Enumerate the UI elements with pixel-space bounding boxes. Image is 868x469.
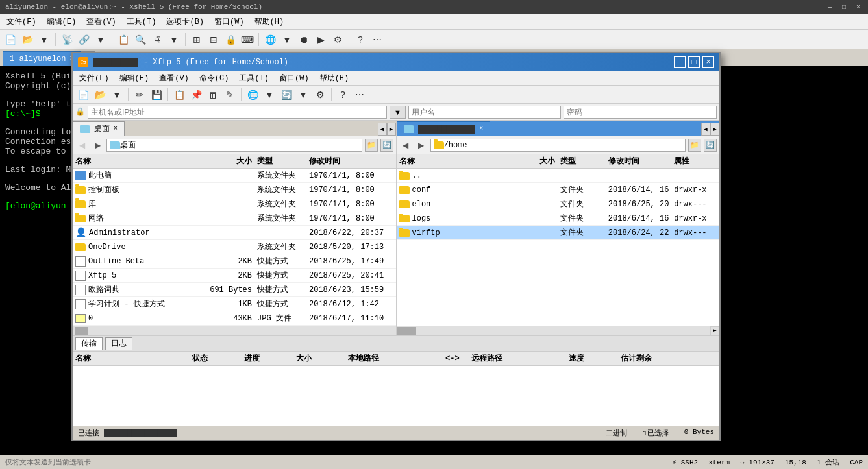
xftp-tb-extra[interactable]: ⋯ [352, 87, 367, 102]
xftp-tb-globe[interactable]: 🌐 [245, 87, 260, 102]
right-row-virftp[interactable]: virftp 文件夹 2018/6/24, 22:25 drwx--- [397, 226, 720, 240]
left-row-xftp[interactable]: Xftp 5 2KB 快捷方式 2018/6/25, 20:41 [73, 269, 396, 283]
toolbar-connect[interactable]: 🔗 [76, 32, 92, 47]
xftp-tb-drop[interactable]: ▼ [109, 87, 125, 102]
toolbar-globe[interactable]: 🌐 [262, 32, 278, 47]
right-pane-tab[interactable]: ████ × [397, 121, 491, 136]
toolbar-find[interactable]: 🔍 [132, 32, 148, 47]
xftp-tb-syncdrop[interactable]: ▼ [295, 87, 311, 102]
toolbar-kbd[interactable]: ⌨ [240, 32, 255, 47]
left-pane-tab-desktop[interactable]: 桌面 × [73, 121, 125, 136]
xftp-menu-file[interactable]: 文件(F) [75, 71, 113, 85]
toolbar-new[interactable]: 📄 [3, 32, 18, 47]
right-row-elon[interactable]: elon 文件夹 2018/6/25, 20:43 drwx--- [397, 197, 720, 211]
xftp-menu-tools[interactable]: 工具(T) [235, 71, 273, 85]
right-pane-scroll-left[interactable]: ◀ [701, 123, 710, 136]
left-nav-back[interactable]: ◀ [75, 139, 88, 152]
left-row-onedrive[interactable]: OneDrive 系统文件夹 2018/5/20, 17:13 [73, 240, 396, 254]
right-row-conf[interactable]: conf 文件夹 2018/6/14, 16:49 drwxr-x [397, 183, 720, 197]
left-pane-scroll-right[interactable]: ▶ [387, 123, 396, 136]
password-input[interactable] [564, 106, 717, 119]
left-row-administrator[interactable]: 👤Administrator 2018/6/22, 20:37 [73, 226, 396, 240]
toolbar-lock[interactable]: 🔒 [223, 32, 238, 47]
os-close-btn[interactable]: × [854, 3, 863, 12]
left-row-library[interactable]: 库 系统文件夹 1970/1/1, 8:00 [73, 197, 396, 211]
xftp-menu-cmd[interactable]: 命令(C) [195, 71, 233, 85]
xftp-tb-rename[interactable]: ✎ [222, 87, 238, 102]
xftp-tb-sync[interactable]: 🔄 [279, 87, 294, 102]
right-hscroll-thumb[interactable] [397, 327, 416, 335]
left-row-img0[interactable]: 0 43KB JPG 文件 2018/6/17, 11:10 [73, 311, 396, 326]
xftp-menu-edit[interactable]: 编辑(E) [116, 71, 153, 85]
xftp-minimize-btn[interactable]: — [674, 56, 686, 68]
xftp-tb-copy[interactable]: 📋 [171, 87, 187, 102]
toolbar-copy[interactable]: 📋 [116, 32, 131, 47]
left-file-list[interactable]: 名称 大小 类型 修改时间 此电脑 系统文件夹 1970/1/1, 8:00 控… [73, 154, 396, 326]
right-path-box[interactable]: /home [430, 139, 686, 152]
xftp-tb-open[interactable]: 📂 [92, 87, 108, 102]
toolbar-dropdown3[interactable]: ▼ [166, 32, 182, 47]
xftp-maximize-btn[interactable]: □ [688, 56, 700, 68]
xftp-menu-window[interactable]: 窗口(W) [275, 71, 313, 85]
xftp-tb-globedrop[interactable]: ▼ [262, 87, 277, 102]
left-refresh-btn[interactable]: 🔄 [380, 139, 393, 152]
toolbar-screen[interactable]: ⊞ [189, 32, 205, 47]
right-file-list[interactable]: 名称 大小 类型 修改时间 属性 .. conf [397, 154, 720, 326]
left-row-controlpanel[interactable]: 控制面板 系统文件夹 1970/1/1, 8:00 [73, 183, 396, 197]
toolbar-settings[interactable]: ⚙ [330, 32, 345, 47]
right-row-parent[interactable]: .. [397, 169, 720, 183]
right-hscroll-right-btn[interactable]: ▶ [710, 326, 719, 335]
right-nav-forward[interactable]: ▶ [415, 139, 428, 152]
xftp-tb-settings[interactable]: ⚙ [312, 87, 328, 102]
toolbar-sftp[interactable]: 📡 [59, 32, 75, 47]
tab-aliyunelon[interactable]: 1 aliyunelon × [3, 51, 81, 66]
left-hscroll-thumb[interactable] [75, 327, 88, 335]
left-nav-forward[interactable]: ▶ [91, 139, 104, 152]
menu-window[interactable]: 窗口(W) [210, 15, 248, 29]
menu-help[interactable]: 帮助(H) [251, 15, 288, 29]
left-path-box[interactable]: 桌面 [106, 139, 362, 152]
toolbar-dropdown4[interactable]: ▼ [279, 32, 295, 47]
toolbar-print[interactable]: 🖨 [149, 32, 165, 47]
left-row-computer[interactable]: 此电脑 系统文件夹 1970/1/1, 8:00 [73, 169, 396, 183]
xftp-tb-del[interactable]: 🗑 [205, 87, 221, 102]
left-row-outline[interactable]: Outline Beta 2KB 快捷方式 2018/6/25, 17:49 [73, 254, 396, 269]
os-minimize-btn[interactable]: — [825, 3, 834, 12]
menu-tabs[interactable]: 选项卡(B) [162, 15, 208, 29]
username-input[interactable] [408, 106, 562, 119]
xftp-menu-help[interactable]: 帮助(H) [316, 71, 353, 85]
toolbar-rec[interactable]: ⏺ [296, 32, 312, 47]
transfer-tab-log[interactable]: 日志 [105, 337, 132, 350]
host-address-input[interactable] [88, 106, 387, 119]
xftp-tb-help[interactable]: ? [335, 87, 351, 102]
xftp-tb-edit[interactable]: ✏ [132, 87, 147, 102]
menu-tools[interactable]: 工具(T) [123, 15, 160, 29]
toolbar-extra[interactable]: ⋯ [369, 32, 385, 47]
left-row-network[interactable]: 网络 系统文件夹 1970/1/1, 8:00 [73, 211, 396, 226]
left-row-dict[interactable]: 欧路词典 691 Bytes 快捷方式 2018/6/23, 15:59 [73, 283, 396, 297]
right-new-folder-btn[interactable]: 📁 [688, 139, 701, 152]
toolbar-dropdown2[interactable]: ▼ [93, 32, 108, 47]
left-row-study[interactable]: 学习计划 - 快捷方式 1KB 快捷方式 2018/6/12, 1:42 [73, 297, 396, 311]
right-tab-close[interactable]: × [479, 125, 483, 132]
menu-edit[interactable]: 编辑(E) [43, 15, 81, 29]
right-pane-scroll-right[interactable]: ▶ [710, 123, 719, 136]
right-refresh-btn[interactable]: 🔄 [704, 139, 717, 152]
host-dropdown-btn[interactable]: ▼ [390, 106, 406, 119]
left-tab-close[interactable]: × [114, 125, 118, 132]
xftp-close-btn[interactable]: × [702, 56, 714, 68]
left-new-folder-btn[interactable]: 📁 [365, 139, 378, 152]
left-hscroll[interactable] [73, 326, 396, 335]
right-hscroll[interactable]: ▶ [397, 326, 720, 335]
toolbar-layout[interactable]: ⊟ [206, 32, 221, 47]
toolbar-dropdown1[interactable]: ▼ [36, 32, 52, 47]
right-row-logs[interactable]: logs 文件夹 2018/6/14, 16:39 drwxr-x [397, 211, 720, 226]
toolbar-help[interactable]: ? [353, 32, 368, 47]
os-maximize-btn[interactable]: □ [839, 3, 849, 12]
right-nav-back[interactable]: ◀ [399, 139, 412, 152]
left-pane-scroll-left[interactable]: ◀ [378, 123, 387, 136]
toolbar-open[interactable]: 📂 [19, 32, 35, 47]
xftp-tb-new[interactable]: 📄 [75, 87, 91, 102]
menu-file[interactable]: 文件(F) [3, 15, 40, 29]
toolbar-play[interactable]: ▶ [313, 32, 329, 47]
